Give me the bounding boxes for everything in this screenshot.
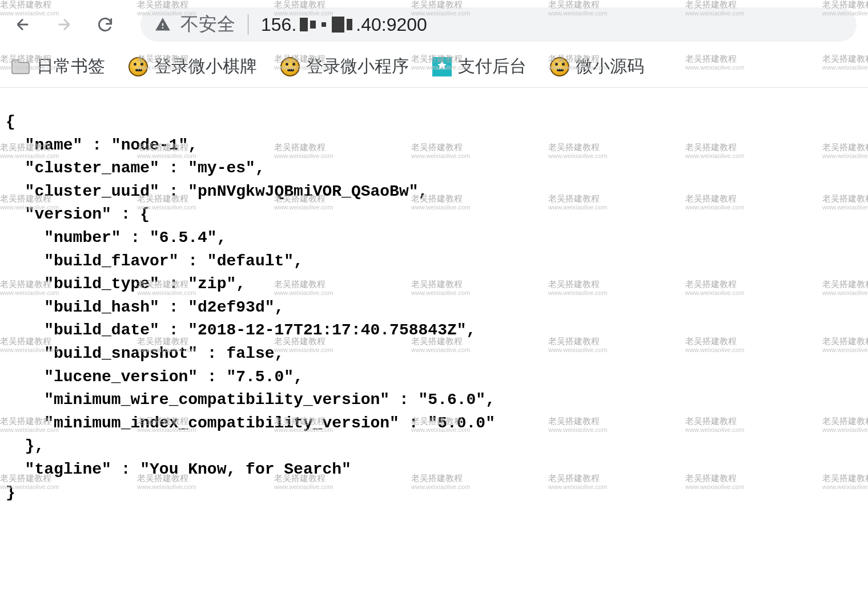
back-button[interactable]	[11, 13, 34, 36]
browser-chrome: 不安全 156. .40:9200 日常书签	[0, 0, 868, 88]
json-lucene-version: 7.5.0	[236, 368, 284, 386]
json-cluster-name: my-es	[198, 159, 246, 177]
favicon-icon	[549, 56, 570, 77]
bookmarks-bar: 日常书签 登录微小棋牌 登录微小程序 支付后台 微小源码	[0, 49, 868, 88]
separator	[248, 14, 248, 35]
json-min-index-compat: 5.0.0	[437, 414, 485, 432]
bookmark-payment-admin[interactable]: 支付后台	[432, 55, 527, 78]
folder-icon	[10, 56, 31, 77]
arrow-left-icon	[14, 15, 32, 34]
bookmark-folder-daily[interactable]: 日常书签	[10, 55, 105, 78]
bookmark-label: 登录微小棋牌	[154, 55, 257, 78]
url-display: 156. .40:9200	[261, 14, 427, 35]
json-response-body: { "name" : "node-1", "cluster_name" : "m…	[0, 88, 868, 510]
json-build-type: zip	[198, 275, 226, 293]
url-suffix: .40:9200	[356, 14, 427, 35]
json-min-wire-compat: 5.6.0	[428, 391, 476, 409]
bookmark-label: 日常书签	[37, 55, 105, 78]
favicon-icon	[280, 56, 300, 77]
bookmark-label: 登录微小程序	[306, 55, 409, 78]
json-build-hash: d2ef93d	[198, 298, 265, 316]
security-status: 不安全	[180, 12, 235, 37]
json-build-flavor: default	[217, 252, 284, 270]
json-build-snapshot: false	[226, 345, 274, 362]
bookmark-login-chess[interactable]: 登录微小棋牌	[128, 55, 257, 78]
arrow-right-icon	[55, 15, 73, 34]
reload-button[interactable]	[94, 13, 116, 36]
address-bar[interactable]: 不安全 156. .40:9200	[140, 7, 857, 42]
bookmark-label: 支付后台	[458, 55, 527, 78]
url-censored	[300, 17, 352, 33]
url-prefix: 156.	[261, 14, 296, 35]
bookmark-label: 微小源码	[576, 55, 644, 78]
favicon-icon	[432, 56, 452, 77]
warning-icon	[154, 17, 171, 33]
bookmark-source-code[interactable]: 微小源码	[549, 55, 644, 78]
favicon-icon	[128, 56, 148, 77]
navigation-toolbar: 不安全 156. .40:9200	[0, 0, 868, 49]
reload-icon	[96, 15, 114, 34]
json-cluster-uuid: pnNVgkwJQBmiVOR_QSaoBw	[198, 183, 409, 200]
json-name: node-1	[121, 136, 179, 154]
json-version-number: 6.5.4	[159, 229, 207, 247]
forward-button[interactable]	[53, 13, 75, 36]
json-tagline: You Know, for Search	[150, 460, 341, 478]
bookmark-login-miniapp[interactable]: 登录微小程序	[280, 55, 409, 78]
json-build-date: 2018-12-17T21:17:40.758843Z	[198, 321, 457, 339]
